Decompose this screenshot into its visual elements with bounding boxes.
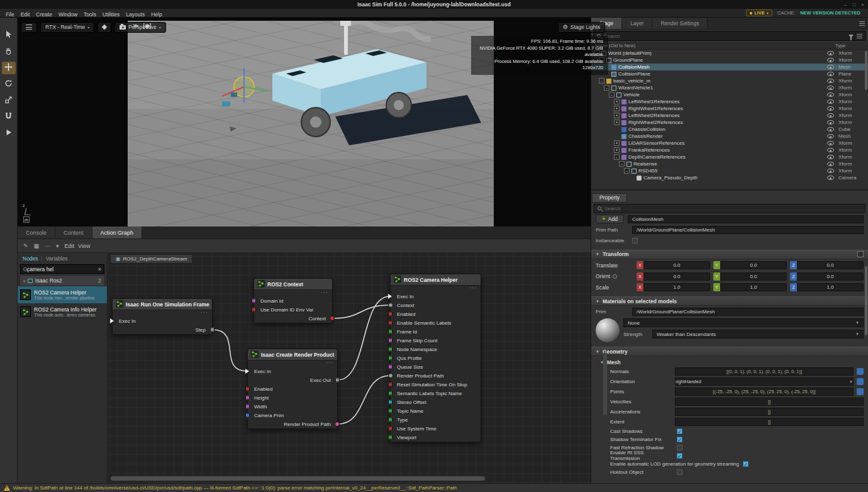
axis-y-value[interactable]: 0.0 <box>720 272 787 281</box>
dropdown-icon[interactable]: ▾ <box>56 243 59 249</box>
expander-icon[interactable]: - <box>619 161 625 167</box>
node-title-bar[interactable]: Isaac Create Render Product <box>248 349 337 361</box>
tree-row-groundplane[interactable]: -GroundPlaneXform <box>591 57 868 64</box>
visibility-eye-icon[interactable] <box>827 169 834 173</box>
list-options-icon[interactable] <box>857 34 862 38</box>
checkbox[interactable]: ✓ <box>743 461 748 467</box>
port-pin-square[interactable] <box>388 330 392 334</box>
axis-x-value[interactable]: 0.0 <box>643 261 710 269</box>
node-port-reset-simulation-time-on-stop[interactable]: Reset Simulation Time On Stop <box>391 380 481 389</box>
tree-row-rightwheel1references[interactable]: +RightWheel1ReferencesXform <box>591 105 868 112</box>
checkbox[interactable]: ✓ <box>677 453 682 459</box>
tree-row-leftwheel1references[interactable]: +LeftWheel1ReferencesXform <box>591 98 868 105</box>
tree-row-collisionplane[interactable]: CollisionPlanePlane <box>591 70 868 77</box>
array-edit-icon[interactable] <box>857 378 864 385</box>
port-pin-square[interactable] <box>388 347 392 352</box>
node-port-stereo-offset[interactable]: Stereo Offset <box>391 398 481 406</box>
viewport-menu-button[interactable] <box>21 22 37 33</box>
select-tool[interactable] <box>2 29 16 42</box>
visibility-eye-icon[interactable] <box>827 51 834 55</box>
tab-console[interactable]: Console <box>18 226 55 238</box>
axis-z-value[interactable]: 0.0 <box>797 261 864 269</box>
node-port-camera-prim[interactable]: Camera Prim <box>248 411 337 420</box>
tree-row-camera-pseudo-depth[interactable]: Camera_Pseudo_DepthCamera <box>591 174 868 181</box>
checkbox[interactable] <box>677 469 682 475</box>
node-port-enable-semantic-labels[interactable]: Enable Semantic Labels <box>391 318 481 327</box>
node-options-icon[interactable]: ··· <box>391 286 481 292</box>
visibility-eye-icon[interactable] <box>827 148 834 152</box>
catalog-tab-nodes[interactable]: Nodes <box>23 255 38 262</box>
port-pin-circle[interactable] <box>388 303 393 308</box>
node-port-exec-out[interactable]: Exec Out <box>248 376 337 384</box>
visibility-eye-icon[interactable] <box>827 162 834 166</box>
expander-icon[interactable]: + <box>614 113 620 118</box>
capture-icon[interactable]: [◉] <box>143 23 151 29</box>
visibility-eye-icon[interactable] <box>827 65 834 69</box>
catalog-item-ros2-camera-helper[interactable]: ROS2 Camera HelperThis node han...render… <box>18 286 107 303</box>
property-tab[interactable]: Property <box>592 193 627 203</box>
port-pin-square[interactable] <box>252 308 256 312</box>
node-port-exec-in[interactable]: Exec In <box>113 316 212 325</box>
checkbox[interactable]: ✓ <box>677 437 682 442</box>
menu-utilities[interactable]: Utilities <box>99 11 123 18</box>
array-edit-icon[interactable] <box>857 368 864 375</box>
node-port-context[interactable]: Context <box>254 314 332 323</box>
geometry-value-field[interactable]: [] <box>675 408 864 416</box>
visibility-eye-icon[interactable] <box>827 86 834 90</box>
visibility-eye-icon[interactable] <box>827 176 834 180</box>
graph-canvas[interactable]: ▣ ROS2_DepthCameraStream Isaac Run One S… <box>108 253 608 483</box>
expand-toolbar-icon[interactable]: ≫ <box>133 23 138 29</box>
catalog-item-ros2-camera-info-helper[interactable]: ROS2 Camera Info HelperThis node auto...… <box>18 303 107 320</box>
stage-lights-button[interactable]: ⚙ Stage Lights <box>558 22 605 33</box>
menu-help[interactable]: Help <box>148 11 165 18</box>
clear-search-icon[interactable]: × <box>98 266 101 272</box>
port-pin-square[interactable] <box>388 356 392 361</box>
graph-menu-edit[interactable]: Edit <box>65 243 75 249</box>
geometry-value-field[interactable]: [] <box>675 418 864 426</box>
graph-edge[interactable] <box>338 296 390 380</box>
node-port-step[interactable]: Step <box>113 325 212 334</box>
port-pin-square[interactable] <box>388 383 392 387</box>
transform-options-icon[interactable] <box>857 251 864 257</box>
node-options-icon[interactable]: ··· <box>248 361 337 367</box>
port-pin-square[interactable] <box>388 427 392 431</box>
tree-row-chassisrender[interactable]: ChassisRenderMesh <box>591 133 868 140</box>
node-port-queue-size[interactable]: Queue Size <box>391 362 481 371</box>
tree-row-collisionmesh[interactable]: CollisionMeshMesh <box>591 64 868 70</box>
graph-node-ros2-context[interactable]: ROS2 Context···Domain IdUse Domain ID En… <box>253 278 333 323</box>
node-port-enabled[interactable]: Enabled <box>248 384 337 393</box>
port-pin-square[interactable] <box>245 387 250 391</box>
expander-icon[interactable]: - <box>599 78 604 84</box>
visibility-eye-icon[interactable] <box>827 79 834 83</box>
port-pin-exec[interactable] <box>388 294 392 299</box>
visibility-eye-icon[interactable] <box>827 155 834 159</box>
graph-edge[interactable] <box>333 305 390 318</box>
node-port-domain-id[interactable]: Domain Id <box>254 296 332 305</box>
axis-y-value[interactable]: 1.0 <box>720 283 787 291</box>
snap-tool[interactable] <box>2 111 16 123</box>
catalog-group-isaac-ros2[interactable]: ▾Isaac Ros22 <box>19 275 105 286</box>
axis-x-value[interactable]: 0.0 <box>643 272 710 281</box>
geometry-value-field[interactable]: [(-25, -25, 0), (25, -25, 0), (25, 25, 0… <box>675 388 854 396</box>
graph-edge[interactable] <box>338 376 390 424</box>
menu-window[interactable]: Window <box>55 11 81 18</box>
catalog-tab-variables[interactable]: Variables <box>46 255 68 262</box>
visibility-eye-icon[interactable] <box>827 72 834 76</box>
node-port-viewport[interactable]: Viewport <box>391 433 481 442</box>
node-port-type[interactable]: Type <box>391 415 481 424</box>
expander-icon[interactable]: - <box>624 168 630 174</box>
panel-options-icon[interactable] <box>859 21 865 26</box>
port-pin-square[interactable] <box>388 391 392 396</box>
tree-row-chassiscollision[interactable]: ChassisCollisionCube <box>591 126 868 133</box>
prim-path-field[interactable]: /World/GroundPlane/CollisionMesh <box>632 226 864 234</box>
tree-row-basic-vehicle-m[interactable]: -basic_vehicle_mXform <box>591 77 868 84</box>
visibility-eye-icon[interactable] <box>827 134 834 138</box>
tab-action-graph[interactable]: Action Graph <box>92 226 143 238</box>
add-button[interactable]: + Add <box>596 215 624 223</box>
tab-render-settings[interactable]: Render Settings <box>652 18 708 29</box>
geometry-value-field[interactable]: [(0, 0, 1), (0, 0, 1), (0, 0, 1), (0, 0,… <box>675 367 854 376</box>
node-port-exec-in[interactable]: Exec In <box>248 367 337 376</box>
column-type[interactable]: Type <box>835 43 864 48</box>
port-pin-square[interactable] <box>388 418 392 422</box>
materials-section-header[interactable]: ▼ Materials on selected models <box>591 296 868 306</box>
